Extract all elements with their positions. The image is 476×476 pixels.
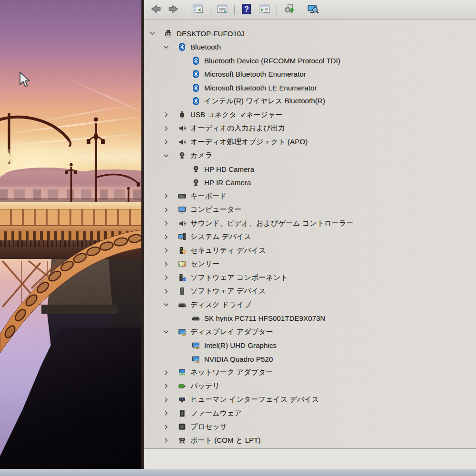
tree-item-label[interactable]: オーディオ処理オブジェクト (APO) — [190, 138, 307, 147]
tree-item-label[interactable]: オーディオの入力および出力 — [190, 124, 285, 133]
toolbar-separator — [186, 5, 186, 15]
toolbar-properties-button[interactable] — [215, 3, 230, 17]
tree-item-label[interactable]: ディスプレイ アダプター — [190, 327, 273, 337]
tree-item[interactable]: NVIDIA Quadro P520 — [149, 352, 476, 366]
tree-item-label[interactable]: カメラ — [190, 151, 212, 160]
tree-item[interactable]: コンピューター — [149, 203, 476, 217]
tree-item-label[interactable]: バッテリ — [190, 382, 220, 391]
tree-item[interactable]: カメラ — [149, 149, 476, 163]
tree-item-label[interactable]: ソフトウェア コンポーネント — [190, 273, 288, 282]
tree-item-label[interactable]: インテル(R) ワイヤレス Bluetooth(R) — [204, 97, 325, 106]
chevron-right-icon[interactable] — [163, 233, 177, 241]
chevron-right-icon[interactable] — [163, 423, 177, 431]
tree-item-label[interactable]: ソフトウェア デバイス — [190, 287, 266, 296]
tree-item-label[interactable]: Microsoft Bluetooth LE Enumerator — [204, 84, 317, 92]
tree-item-label[interactable]: キーボード — [190, 192, 227, 201]
tree-item-label[interactable]: HP IR Camera — [204, 178, 251, 187]
tree-item-label[interactable]: SK hynix PC711 HFS001TDE9X073N — [204, 314, 326, 322]
tree-item-label[interactable]: ポート (COM と LPT) — [190, 436, 261, 445]
update-driver-icon — [283, 3, 295, 17]
chevron-right-icon[interactable] — [163, 409, 177, 417]
toolbar-show-console-tree-button[interactable] — [190, 3, 206, 17]
tree-item[interactable]: オーディオの入力および出力 — [149, 122, 476, 136]
tree-item[interactable]: ソフトウェア コンポーネント — [149, 271, 476, 285]
tree-item[interactable]: ディスプレイ アダプター — [149, 325, 476, 339]
chevron-right-icon[interactable] — [163, 382, 177, 390]
tree-item[interactable]: ヒューマン インターフェイス デバイス — [149, 393, 476, 407]
toolbar-help-button[interactable]: ? — [239, 3, 254, 17]
tree-item[interactable]: ファームウェア — [149, 407, 476, 420]
chevron-right-icon[interactable] — [163, 206, 177, 214]
chevron-down-icon[interactable] — [163, 301, 177, 308]
tree-item-label[interactable]: Microsoft Bluetooth Enumerator — [204, 70, 306, 78]
tree-item[interactable]: USB コネクタ マネージャー — [149, 108, 476, 122]
tree-item[interactable]: キーボード — [149, 189, 476, 203]
tree-item-label[interactable]: ヒューマン インターフェイス デバイス — [190, 395, 319, 404]
chevron-right-icon[interactable] — [163, 288, 177, 295]
toolbar-show-action-pane-button[interactable] — [257, 3, 272, 17]
desktop-wallpaper[interactable] — [0, 0, 141, 469]
tree-item-label[interactable]: ディスク ドライブ — [190, 300, 251, 309]
tree-item[interactable]: システム デバイス — [149, 230, 476, 244]
chevron-right-icon[interactable] — [163, 125, 177, 132]
tree-item-label[interactable]: サウンド、ビデオ、およびゲーム コントローラー — [190, 219, 353, 228]
tree-item-label[interactable]: Intel(R) UHD Graphics — [204, 341, 277, 349]
chevron-right-icon[interactable] — [163, 274, 177, 281]
chevron-right-icon[interactable] — [163, 396, 177, 404]
tree-item[interactable]: Bluetooth — [149, 40, 476, 54]
tree-item-label[interactable]: コンピューター — [190, 205, 241, 214]
tree-item-label[interactable]: ネットワーク アダプター — [190, 368, 273, 377]
tree-item[interactable]: バッテリ — [149, 379, 476, 393]
tree-item[interactable]: Intel(R) UHD Graphics — [149, 339, 476, 353]
toolbar-update-driver-button[interactable] — [281, 3, 297, 17]
chevron-down-icon[interactable] — [163, 152, 177, 159]
tree-item[interactable]: Microsoft Bluetooth LE Enumerator — [149, 81, 476, 95]
tree-item[interactable]: HP IR Camera — [149, 176, 476, 190]
tree-item-label[interactable]: DESKTOP-FUFO10J — [177, 30, 245, 38]
tree-item[interactable]: HP HD Camera — [149, 162, 476, 176]
chevron-right-icon[interactable] — [163, 111, 177, 119]
tree-item-label[interactable]: HP HD Camera — [204, 165, 254, 173]
tree-item[interactable]: オーディオ処理オブジェクト (APO) — [149, 135, 476, 149]
tree-item[interactable]: インテル(R) ワイヤレス Bluetooth(R) — [149, 95, 476, 109]
disk-drive-icon — [190, 314, 201, 322]
tree-item[interactable]: センサー — [149, 258, 476, 271]
chevron-down-icon[interactable] — [163, 328, 177, 336]
device-tree[interactable]: DESKTOP-FUFO10JBluetoothBluetooth Device… — [144, 20, 476, 449]
tree-item-label[interactable]: Bluetooth Device (RFCOMM Protocol TDI) — [204, 57, 340, 65]
chevron-down-icon[interactable] — [163, 43, 177, 51]
toolbar-forward-button[interactable] — [166, 3, 181, 17]
tree-item[interactable]: ポート (COM と LPT) — [149, 434, 476, 447]
tree-item[interactable]: ネットワーク アダプター — [149, 366, 476, 380]
chevron-right-icon[interactable] — [163, 369, 177, 377]
chevron-right-icon[interactable] — [163, 260, 177, 268]
tree-item-label[interactable]: NVIDIA Quadro P520 — [204, 355, 273, 363]
chevron-down-icon[interactable] — [149, 30, 163, 37]
tree-item[interactable]: サウンド、ビデオ、およびゲーム コントローラー — [149, 217, 476, 230]
tree-item-label[interactable]: センサー — [190, 259, 219, 268]
tree-item[interactable]: Microsoft Bluetooth Enumerator — [149, 68, 476, 81]
chevron-right-icon[interactable] — [163, 138, 177, 146]
tree-item[interactable]: ソフトウェア デバイス — [149, 285, 476, 298]
chevron-right-icon[interactable] — [163, 219, 177, 227]
tree-item[interactable]: Bluetooth Device (RFCOMM Protocol TDI) — [149, 54, 476, 68]
tree-item-label[interactable]: プロセッサ — [190, 422, 227, 431]
tree-item-label[interactable]: システム デバイス — [190, 232, 251, 241]
chevron-right-icon[interactable] — [163, 247, 177, 254]
toolbar-back-button[interactable] — [148, 3, 163, 17]
show-action-pane-icon — [258, 3, 271, 17]
tree-item-label[interactable]: USB コネクタ マネージャー — [190, 110, 283, 119]
toolbar-scan-for-hardware-changes-button[interactable] — [306, 3, 321, 17]
tree-item[interactable]: SK hynix PC711 HFS001TDE9X073N — [149, 312, 476, 326]
speaker-icon — [177, 219, 187, 228]
tree-item[interactable]: DESKTOP-FUFO10J — [149, 27, 476, 40]
tree-item[interactable]: ディスク ドライブ — [149, 298, 476, 312]
chevron-right-icon[interactable] — [163, 192, 177, 200]
chevron-right-icon[interactable] — [163, 436, 177, 444]
tree-item-label[interactable]: ファームウェア — [190, 409, 242, 418]
security-device-icon — [177, 247, 187, 255]
tree-item-label[interactable]: Bluetooth — [190, 43, 221, 51]
tree-item[interactable]: セキュリティ デバイス — [149, 244, 476, 258]
tree-item[interactable]: プロセッサ — [149, 420, 476, 434]
tree-item-label[interactable]: セキュリティ デバイス — [190, 246, 266, 255]
